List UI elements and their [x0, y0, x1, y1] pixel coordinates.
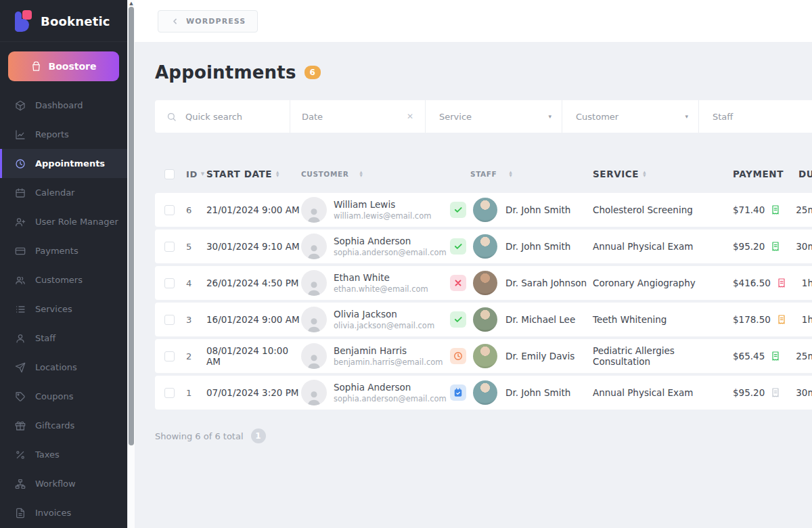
sidebar-item-giftcards[interactable]: Giftcards: [0, 411, 127, 440]
cube-icon: [15, 100, 26, 111]
appointment-row[interactable]: 2 08/01/2024 10:00 AM Benjamin Harris be…: [155, 339, 812, 373]
booknetic-logo-icon: [14, 10, 32, 32]
sort-desc-icon[interactable]: ▼: [201, 171, 205, 177]
brand[interactable]: Booknetic: [0, 0, 127, 41]
clock-icon: [15, 158, 26, 169]
sidebar-item-label: Coupons: [35, 391, 74, 401]
sidebar-item-staff[interactable]: Staff: [0, 324, 127, 353]
sidebar-scrollbar[interactable]: ▲: [127, 0, 135, 528]
appointment-id: 5: [183, 242, 206, 252]
service-filter[interactable]: Service ▾: [426, 100, 562, 133]
status-booked-icon: [450, 384, 466, 401]
customer-filter[interactable]: Customer ▾: [562, 100, 699, 133]
scrollbar-thumb[interactable]: [129, 7, 134, 445]
sidebar-item-payments[interactable]: Payments: [0, 236, 127, 265]
app-window: Booknetic Boostore Dashboard Reports App…: [0, 0, 812, 528]
customer-email: ethan.white@email.com: [334, 284, 428, 294]
appointment-row[interactable]: 5 30/01/2024 9:10 AM Sophia Anderson sop…: [155, 229, 812, 263]
service-name: Annual Physical Exam: [593, 241, 733, 252]
sort-icon[interactable]: ▲▼: [359, 171, 363, 177]
receipt-icon[interactable]: [770, 387, 781, 398]
row-checkbox[interactable]: [164, 205, 175, 215]
row-checkbox[interactable]: [164, 278, 175, 288]
sidebar-item-services[interactable]: Services: [0, 294, 127, 324]
sidebar-divider: [0, 41, 127, 42]
col-header-id[interactable]: ID ▼: [183, 169, 206, 179]
wordpress-back-button[interactable]: WORDPRESS: [158, 10, 258, 32]
appointment-row[interactable]: 6 21/01/2024 9:00 AM William Lewis willi…: [155, 193, 812, 227]
workflow-icon: [15, 479, 26, 489]
filter-bar: Quick search Date ✕ Service ▾ Customer ▾…: [155, 100, 812, 133]
appointment-row[interactable]: 3 16/01/2024 9:00 AM Olivia Jackson oliv…: [155, 303, 812, 336]
table-footer: Showing 6 of 6 total 1: [155, 428, 812, 443]
sidebar-item-taxes[interactable]: Taxes: [0, 440, 127, 469]
sidebar-item-label: Appointments: [35, 158, 105, 169]
clear-x-icon[interactable]: ✕: [407, 112, 413, 120]
customer-avatar: [301, 234, 327, 259]
sort-icon[interactable]: ▲▼: [276, 171, 279, 177]
quick-search-input[interactable]: Quick search: [155, 100, 290, 133]
page-title: Appointments: [155, 62, 296, 83]
sort-icon[interactable]: ▲▼: [509, 171, 512, 177]
receipt-icon[interactable]: [770, 351, 781, 361]
boostore-button[interactable]: Boostore: [8, 51, 119, 81]
col-header-customer[interactable]: CUSTOMER ▲▼: [301, 170, 450, 178]
row-checkbox[interactable]: [164, 315, 175, 325]
sidebar-item-workflow[interactable]: Workflow: [0, 469, 127, 498]
customer-filter-label: Customer: [576, 112, 685, 122]
customer-email: sophia.anderson@email.com: [334, 394, 447, 403]
scroll-up-arrow-icon[interactable]: ▲: [128, 0, 135, 7]
sidebar-item-coupons[interactable]: Coupons: [0, 382, 127, 411]
appointment-row[interactable]: 4 26/01/2024 4:50 PM Ethan White ethan.w…: [155, 266, 812, 300]
sidebar-item-reports[interactable]: Reports: [0, 120, 127, 149]
staff-avatar: [473, 344, 497, 368]
sidebar-item-user-role-manager[interactable]: User Role Manager: [0, 207, 127, 236]
sidebar-item-locations[interactable]: Locations: [0, 353, 127, 382]
sidebar-item-label: Giftcards: [35, 420, 74, 431]
select-all-checkbox[interactable]: [164, 169, 175, 179]
appointment-row[interactable]: 1 07/01/2024 3:20 PM Sophia Anderson sop…: [155, 376, 812, 410]
sort-icon[interactable]: ▲▼: [643, 171, 646, 177]
invoice-icon: [15, 508, 26, 519]
date-filter-label: Date: [302, 112, 407, 122]
appointment-start-date: 16/01/2024 9:00 AM: [206, 314, 301, 325]
customer-name: Ethan White: [334, 272, 428, 283]
pagination-page-button[interactable]: 1: [251, 428, 266, 443]
row-checkbox[interactable]: [164, 388, 175, 398]
main-content: WORDPRESS Appointments 6 Quick search Da…: [135, 0, 812, 528]
col-header-staff[interactable]: STAFF ▲▼: [450, 170, 593, 178]
receipt-icon[interactable]: [770, 241, 781, 252]
sidebar-item-calendar[interactable]: Calendar: [0, 178, 127, 207]
appointment-id: 4: [183, 278, 206, 288]
row-checkbox[interactable]: [164, 242, 175, 252]
col-header-service[interactable]: SERVICE ▲▼: [593, 169, 733, 179]
receipt-icon[interactable]: [770, 204, 781, 215]
receipt-icon[interactable]: [776, 278, 787, 288]
receipt-icon[interactable]: [776, 314, 787, 325]
service-name: Cholesterol Screening: [593, 204, 733, 215]
sidebar-item-dashboard[interactable]: Dashboard: [0, 91, 127, 120]
duration: 30m: [781, 387, 812, 398]
sidebar-item-appointments[interactable]: Appointments: [0, 149, 127, 178]
row-checkbox[interactable]: [164, 351, 175, 361]
status-cancelled-icon: [450, 275, 466, 291]
sidebar-item-label: Calendar: [35, 188, 74, 198]
staff-name: Dr. John Smith: [505, 241, 570, 252]
customer-avatar: [301, 380, 327, 405]
appointment-start-date: 21/01/2024 9:00 AM: [206, 204, 301, 215]
duration: 30m: [781, 241, 812, 252]
list-icon: [15, 304, 26, 315]
sidebar-item-customers[interactable]: Customers: [0, 265, 127, 294]
appointment-start-date: 07/01/2024 3:20 PM: [206, 387, 301, 398]
calendar-icon: [15, 188, 26, 198]
sidebar-nav: Dashboard Reports Appointments Calendar …: [0, 89, 127, 527]
staff-avatar: [473, 380, 497, 405]
col-header-start-date[interactable]: START DATE ▲▼: [206, 169, 301, 179]
payment-amount: $95.20: [733, 387, 765, 398]
sidebar-item-label: Dashboard: [35, 100, 83, 110]
sidebar-item-invoices[interactable]: Invoices: [0, 498, 127, 527]
sidebar-item-label: User Role Manager: [35, 217, 118, 227]
payment-amount: $65.45: [733, 351, 765, 361]
date-filter[interactable]: Date ✕: [290, 100, 426, 133]
staff-filter[interactable]: Staff: [699, 100, 812, 133]
